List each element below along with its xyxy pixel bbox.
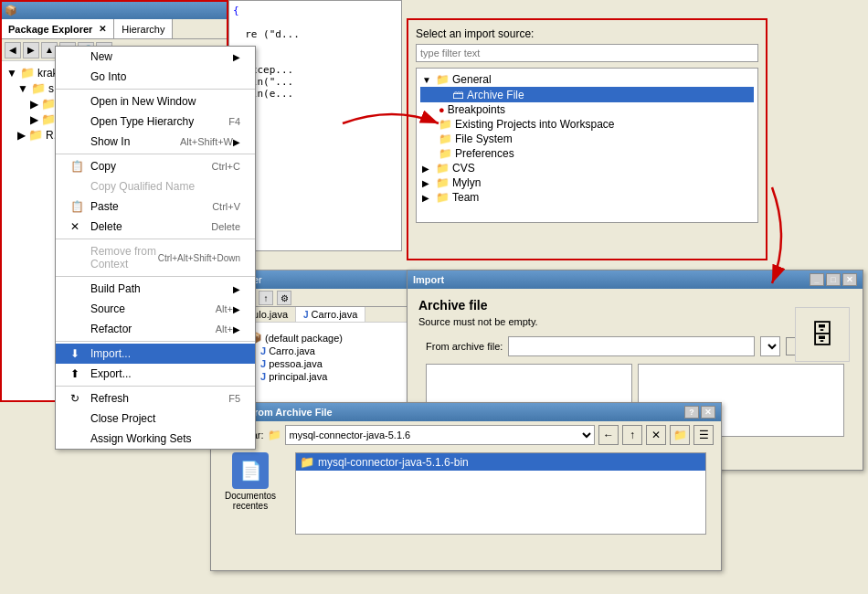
nav-newf-btn[interactable]: 📁 [670, 425, 690, 445]
file-list: 📁 mysql-connector-java-5.1.6-bin [295, 452, 706, 535]
tree-general-label: General [452, 73, 492, 86]
menu-item-assignws[interactable]: Assign Working Sets [56, 429, 255, 449]
menu-item-refactor[interactable]: Refactor Alt+ ▶ [56, 319, 255, 339]
from-label: From archive file: [426, 341, 503, 352]
file-pref-icon: 📁 [439, 147, 452, 160]
ide2-tab-carro[interactable]: J Carro.java [296, 307, 365, 322]
submenu-arrow-showin: ▶ [233, 137, 240, 147]
menu-gointo-label: Go Into [90, 70, 126, 83]
submenu-arrow-new: ▶ [233, 52, 240, 62]
sep1 [56, 89, 255, 90]
menu-assignws-label: Assign Working Sets [90, 432, 192, 445]
menu-item-gointo[interactable]: Go Into [56, 67, 255, 87]
menu-item-delete[interactable]: ✕ Delete Delete [56, 217, 255, 237]
expand-cvs: ▶ [422, 164, 433, 174]
toolbar-forward-btn[interactable]: ▶ [23, 42, 39, 58]
import-close-btn[interactable]: ✕ [842, 273, 857, 286]
menu-item-copyqualified[interactable]: Copy Qualified Name [56, 176, 255, 196]
menu-import-label: Import... [90, 347, 131, 360]
menu-buildpath-label: Build Path [90, 282, 141, 295]
file-archive-icon: 🗃 [452, 88, 464, 101]
import-dialog-title-label: Import [413, 274, 444, 285]
tree-mylyn[interactable]: ▶ 📁 Mylyn [420, 175, 754, 190]
recent-label: Documentos recentes [222, 491, 279, 511]
folder-mylyn-icon: 📁 [436, 176, 450, 189]
tree-existing-label: Existing Projects into Workspace [455, 118, 615, 131]
import-dialog-title: Import _ □ ✕ [408, 270, 863, 289]
folder-select[interactable]: mysql-connector-java-5.1.6 [285, 425, 595, 445]
sep3 [56, 239, 255, 239]
nav-delete-btn[interactable]: ✕ [646, 425, 666, 445]
menu-item-import[interactable]: ⬇ Import... [56, 344, 255, 364]
refactor-shortcut: Alt+ [216, 324, 233, 334]
menu-item-paste[interactable]: 📋 Paste Ctrl+V [56, 196, 255, 217]
tree-existing[interactable]: 📁 Existing Projects into Workspace [420, 117, 754, 132]
archive-close-btn[interactable]: ✕ [701, 406, 715, 419]
pkg-pessoa-label: pessoa.java [269, 358, 323, 369]
menu-item-buildpath[interactable]: Build Path ▶ [56, 279, 255, 299]
pkg-default-label: (default package) [265, 333, 343, 344]
archive-icon: 🗄 [810, 320, 835, 350]
menu-item-typehierarchy[interactable]: Open Type Hierarchy F4 [56, 111, 255, 132]
archive-help-btn[interactable]: ? [684, 406, 699, 419]
tree-preferences[interactable]: 📁 Preferences [420, 146, 754, 161]
file-existing-icon: 📁 [439, 118, 452, 131]
toolbar-back-btn[interactable]: ◀ [5, 42, 21, 58]
tab-hierarchy[interactable]: Hierarchy [114, 19, 173, 38]
menu-showin-label: Show In [90, 135, 130, 148]
archive-folder-address: Examinar: 📁 mysql-connector-java-5.1.6 ←… [211, 421, 721, 449]
menu-copyqualified-label: Copy Qualified Name [90, 180, 195, 193]
menu-removectx-label: Remove from Context [90, 245, 158, 270]
expand-icon3: ▶ [30, 98, 38, 111]
tab-package-explorer-label: Package Explorer [8, 24, 92, 35]
tree-archive[interactable]: 🗃 Archive File [420, 87, 754, 102]
expand-team: ▶ [422, 193, 433, 203]
folder-icon-addr: 📁 [268, 429, 281, 441]
tree-general[interactable]: ▼ 📁 General [420, 72, 754, 87]
ide2-up[interactable]: ↑ [259, 291, 273, 305]
menu-item-new[interactable]: New ▶ [56, 47, 255, 67]
menu-item-export[interactable]: ⬆ Export... [56, 364, 255, 384]
tree-cvs[interactable]: ▶ 📁 CVS [420, 161, 754, 175]
import-title-btns: _ □ ✕ [810, 273, 857, 286]
file-item-selected[interactable]: 📁 mysql-connector-java-5.1.6-bin [296, 453, 705, 471]
menu-export-label: Export... [90, 367, 132, 380]
ide2-tools[interactable]: ⚙ [277, 291, 291, 305]
from-input[interactable] [508, 336, 755, 356]
nav-back-btn[interactable]: ← [598, 425, 619, 445]
import-source-tree: ▼ 📁 General 🗃 Archive File ● Breakpoints… [416, 68, 758, 223]
menu-item-showin[interactable]: Show In Alt+Shift+W ▶ [56, 132, 255, 152]
archive-title-btns: ? ✕ [684, 406, 715, 419]
tree-team[interactable]: ▶ 📁 Team [420, 190, 754, 205]
from-select[interactable] [760, 336, 780, 356]
menu-item-copy[interactable]: 📋 Copy Ctrl+C [56, 156, 255, 176]
tree-filesystem[interactable]: 📁 File System [420, 132, 754, 146]
archive-form-row: From archive file: Browse... [426, 336, 844, 356]
copy-shortcut: Ctrl+C [212, 161, 240, 172]
tree-breakpoints[interactable]: ● Breakpoints [420, 102, 754, 117]
paste-icon: 📋 [70, 200, 87, 213]
showin-shortcut: Alt+Shift+W [180, 136, 233, 147]
tree-archive-label: Archive File [467, 89, 524, 101]
menu-item-openwindow[interactable]: Open in New Window [56, 91, 255, 111]
import-icon: ⬇ [70, 347, 87, 360]
menu-item-refresh[interactable]: ↻ Refresh F5 [56, 388, 255, 408]
filter-input[interactable] [416, 44, 758, 62]
explorer-icon: 📦 [5, 5, 17, 16]
submenu-arrow-buildpath: ▶ [233, 284, 240, 294]
nav-view-btn[interactable]: ☰ [693, 425, 714, 445]
menu-item-closeproject[interactable]: Close Project [56, 408, 255, 429]
nav-up-btn[interactable]: ↑ [622, 425, 642, 445]
import-minimize-btn[interactable]: _ [810, 273, 824, 286]
tab-close-icon[interactable]: ✕ [99, 24, 106, 34]
java-icon-c: J [303, 310, 309, 320]
tab-package-explorer[interactable]: Package Explorer ✕ [1, 19, 114, 38]
folder-icon4: 📁 [41, 112, 56, 126]
import-maximize-btn[interactable]: □ [826, 273, 841, 286]
menu-copy-label: Copy [90, 160, 116, 173]
expand-icon2: ▼ [17, 82, 28, 95]
menu-refresh-label: Refresh [90, 392, 129, 405]
menu-item-source[interactable]: Source Alt+ ▶ [56, 299, 255, 319]
menu-item-removectx[interactable]: Remove from Context Ctrl+Alt+Shift+Down [56, 241, 255, 274]
menu-typehierarchy-label: Open Type Hierarchy [90, 115, 194, 128]
